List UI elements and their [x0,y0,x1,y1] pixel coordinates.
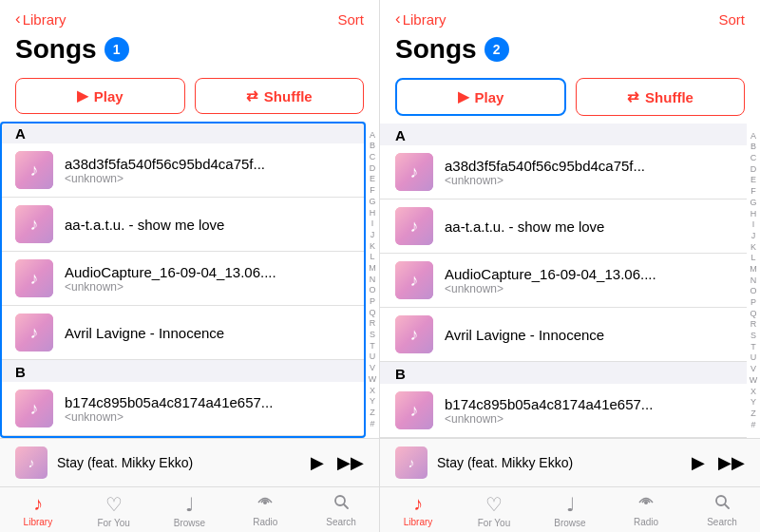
tab-browse[interactable]: ♩Browse [152,493,228,528]
alpha-index[interactable]: ABCDEFGHIJKLMNOPQRSTUVWXYZ# [747,124,760,438]
shuffle-button[interactable]: ⇄Shuffle [576,78,745,116]
alpha-letter[interactable]: P [370,296,375,308]
song-list[interactable]: A♪a38d3f5fa540f56c95bd4ca75f...<unknown>… [380,124,760,438]
tab-for-you[interactable]: ♡For You [456,493,532,528]
alpha-letter[interactable]: Q [750,309,756,320]
svg-line-5 [725,504,729,508]
list-item[interactable]: ♪AudioCapture_16-09-04_13.06....<unknown… [0,252,366,306]
alpha-letter[interactable]: P [750,297,756,309]
list-item[interactable]: ♪Ballade Pour AdelineBandari [0,436,366,438]
sort-button[interactable]: Sort [718,11,745,28]
alpha-letter[interactable]: I [371,218,374,230]
alpha-letter[interactable]: L [370,252,374,263]
list-item[interactable]: ♪AudioCapture_16-09-04_13.06....<unknown… [380,254,747,308]
back-button[interactable]: ‹ Library [395,10,446,28]
play-pause-button[interactable]: ▶ [311,452,324,473]
tab-library[interactable]: ♪Library [380,493,456,528]
tab-radio[interactable]: Radio [227,493,303,528]
tab-search[interactable]: Search [684,493,760,528]
alpha-letter[interactable]: O [369,285,375,296]
alpha-letter[interactable]: N [370,275,376,286]
alpha-letter[interactable]: H [750,209,757,220]
alpha-letter[interactable]: S [750,331,756,342]
alpha-letter[interactable]: F [370,185,375,197]
alpha-letter[interactable]: A [750,131,756,142]
alpha-letter[interactable]: K [750,242,756,254]
tab-browse[interactable]: ♩Browse [532,493,608,528]
fast-forward-button[interactable]: ▶▶ [337,452,364,473]
sort-button[interactable]: Sort [337,11,364,28]
now-playing-bar[interactable]: ♪ Stay (feat. Mikky Ekko) ▶ ▶▶ [380,438,760,486]
alpha-letter[interactable]: Y [370,396,375,408]
alpha-letter[interactable]: G [750,198,756,209]
play-button[interactable]: ▶Play [395,78,566,116]
alpha-letter[interactable]: M [369,263,376,275]
alpha-letter[interactable]: X [750,387,756,398]
browse-tab-icon: ♩ [566,493,575,516]
alpha-letter[interactable]: J [751,231,756,242]
alpha-index[interactable]: ABCDEFGHIJKLMNOPQRSTUVWXYZ# [366,122,379,438]
song-info: aa-t.a.t.u. - show me love [445,218,732,235]
shuffle-button[interactable]: ⇄Shuffle [195,78,365,114]
alpha-letter[interactable]: L [750,253,755,264]
list-item[interactable]: ♪Avril Lavigne - Innocence [380,308,747,362]
play-pause-button[interactable]: ▶ [692,452,705,473]
alpha-letter[interactable]: A [370,130,375,142]
alpha-letter[interactable]: E [370,174,375,185]
alpha-letter[interactable]: W [369,374,377,386]
alpha-letter[interactable]: E [750,175,756,186]
list-item[interactable]: ♪a38d3f5fa540f56c95bd4ca75f...<unknown> [0,143,366,198]
alpha-letter[interactable]: N [750,276,757,287]
tab-search[interactable]: Search [303,493,379,528]
panel-left: ‹ Library Sort Songs1▶Play⇄ShuffleA♪a38d… [0,0,380,532]
song-list[interactable]: A♪a38d3f5fa540f56c95bd4ca75f...<unknown>… [0,122,379,438]
song-list-container: A♪a38d3f5fa540f56c95bd4ca75f...<unknown>… [0,122,379,438]
play-button[interactable]: ▶Play [15,78,185,114]
alpha-letter[interactable]: Z [750,408,756,420]
alpha-letter[interactable]: V [370,363,375,374]
alpha-letter[interactable]: Z [370,408,375,419]
fast-forward-button[interactable]: ▶▶ [718,452,745,473]
alpha-letter[interactable]: S [370,330,375,341]
alpha-letter[interactable]: K [370,241,375,253]
alpha-letter[interactable]: G [369,197,375,208]
alpha-letter[interactable]: R [750,319,757,331]
alpha-letter[interactable]: B [370,141,375,152]
alpha-letter[interactable]: D [370,163,376,175]
alpha-letter[interactable]: B [750,142,756,153]
tab-library[interactable]: ♪Library [0,493,76,528]
song-thumbnail: ♪ [395,391,433,429]
back-button[interactable]: ‹ Library [15,10,66,28]
list-item[interactable]: ♪b174c895b05a4c8174a41e657...<unknown> [0,382,366,436]
list-item[interactable]: ♪b174c895b05a4c8174a41e657...<unknown> [380,384,747,438]
alpha-letter[interactable]: U [370,352,376,363]
list-item[interactable]: ♪aa-t.a.t.u. - show me love [380,200,747,254]
alpha-letter[interactable]: I [752,219,755,231]
alpha-letter[interactable]: T [370,341,375,352]
alpha-letter[interactable]: V [750,364,756,375]
tab-for-you[interactable]: ♡For You [76,493,152,528]
alpha-letter[interactable]: U [750,352,757,364]
alpha-letter[interactable]: O [750,286,756,297]
svg-point-3 [644,501,648,504]
alpha-letter[interactable]: M [750,264,757,276]
list-item[interactable]: ♪Avril Lavigne - Innocence [0,306,366,360]
alpha-letter[interactable]: X [370,386,375,397]
alpha-letter[interactable]: # [750,420,755,431]
alpha-letter[interactable]: D [750,164,757,176]
now-playing-bar[interactable]: ♪ Stay (feat. Mikky Ekko) ▶ ▶▶ [0,438,379,486]
alpha-letter[interactable]: C [750,153,757,164]
alpha-letter[interactable]: # [370,419,374,430]
alpha-letter[interactable]: H [370,208,376,219]
alpha-letter[interactable]: C [370,152,376,163]
list-item[interactable]: ♪a38d3f5fa540f56c95bd4ca75f...<unknown> [380,145,747,200]
alpha-letter[interactable]: F [750,186,756,198]
alpha-letter[interactable]: T [750,342,756,353]
list-item[interactable]: ♪aa-t.a.t.u. - show me love [0,198,366,252]
alpha-letter[interactable]: R [370,318,376,330]
tab-radio[interactable]: Radio [608,493,684,528]
alpha-letter[interactable]: Y [750,397,756,408]
alpha-letter[interactable]: W [750,375,758,387]
alpha-letter[interactable]: J [370,230,375,241]
alpha-letter[interactable]: Q [369,308,375,319]
